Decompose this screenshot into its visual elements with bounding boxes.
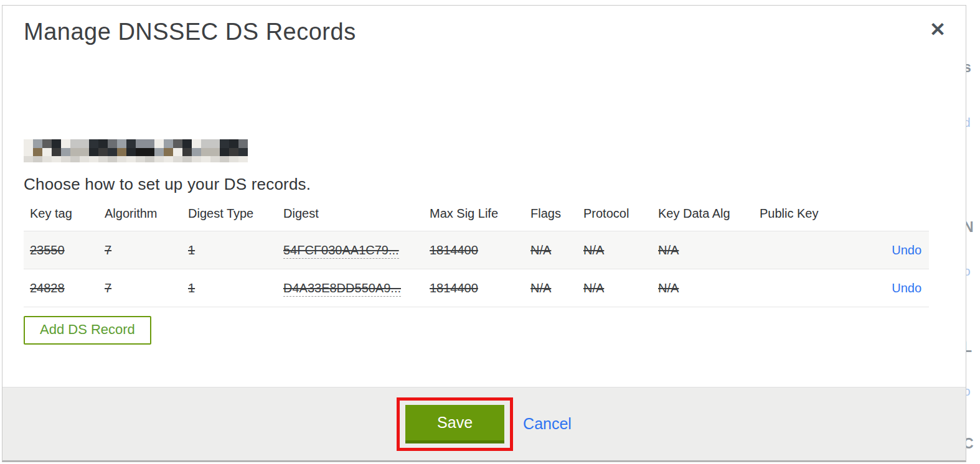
ds-records-table: Key tag Algorithm Digest Type Digest Max…	[24, 203, 929, 307]
col-header-key-tag: Key tag	[24, 203, 105, 231]
cell-public-key	[760, 269, 841, 307]
cell-protocol: N/A	[583, 269, 658, 307]
col-header-key-data-alg: Key Data Alg	[658, 203, 760, 231]
add-ds-record-button[interactable]: Add DS Record	[24, 316, 151, 345]
col-header-algorithm: Algorithm	[105, 203, 188, 231]
cell-key-data-alg: N/A	[658, 269, 760, 307]
save-annotation-box: Save	[397, 397, 513, 451]
page: sdNoLoC ✕ Manage DNSSEC DS Records Choos…	[0, 0, 980, 464]
instruction-text: Choose how to set up your DS records.	[24, 175, 945, 194]
save-button[interactable]: Save	[405, 405, 504, 443]
undo-link[interactable]: Undo	[892, 243, 921, 257]
table-row: 24828 7 1 D4A33E8DD550A9... 1814400 N/A …	[24, 269, 929, 307]
col-header-protocol: Protocol	[583, 203, 658, 231]
cell-algorithm: 7	[105, 231, 188, 269]
cell-action: Undo	[841, 269, 929, 307]
cell-key-data-alg: N/A	[658, 231, 760, 269]
modal-body: ✕ Manage DNSSEC DS Records Choose how to…	[2, 6, 966, 460]
redacted-domain-name	[24, 139, 248, 162]
cell-digest: 54FCF030AA1C79...	[283, 231, 430, 269]
col-header-digest: Digest	[283, 203, 430, 231]
cancel-link[interactable]: Cancel	[523, 415, 572, 433]
col-header-public-key: Public Key	[760, 203, 841, 231]
cell-key-tag: 23550	[24, 231, 105, 269]
page-title: Manage DNSSEC DS Records	[24, 6, 945, 45]
cell-max-sig-life: 1814400	[430, 269, 530, 307]
cell-public-key	[760, 231, 841, 269]
close-icon[interactable]: ✕	[927, 19, 948, 40]
cell-digest: D4A33E8DD550A9...	[283, 269, 430, 307]
table-header-row: Key tag Algorithm Digest Type Digest Max…	[24, 203, 929, 231]
table-row: 23550 7 1 54FCF030AA1C79... 1814400 N/A …	[24, 231, 929, 269]
col-header-max-sig-life: Max Sig Life	[430, 203, 530, 231]
col-header-digest-type: Digest Type	[188, 203, 283, 231]
cell-flags: N/A	[530, 269, 583, 307]
cell-algorithm: 7	[105, 269, 188, 307]
cell-digest-type: 1	[188, 231, 283, 269]
cell-flags: N/A	[530, 231, 583, 269]
col-header-actions	[841, 203, 929, 231]
modal-footer: Save Cancel	[2, 387, 966, 460]
cell-protocol: N/A	[583, 231, 658, 269]
cell-action: Undo	[841, 231, 929, 269]
col-header-flags: Flags	[530, 203, 583, 231]
undo-link[interactable]: Undo	[892, 281, 921, 295]
cell-key-tag: 24828	[24, 269, 105, 307]
manage-dnssec-modal: ✕ Manage DNSSEC DS Records Choose how to…	[2, 5, 966, 462]
cell-digest-type: 1	[188, 269, 283, 307]
cell-max-sig-life: 1814400	[430, 231, 530, 269]
